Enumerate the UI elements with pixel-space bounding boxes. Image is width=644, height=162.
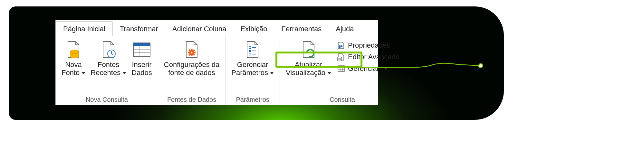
new-source-label-l2: Fonte [62, 69, 80, 77]
data-source-settings-icon [183, 40, 201, 59]
enter-data-button[interactable]: Inserir Dados [129, 39, 155, 78]
group-consulta: Atualizar Visualização [280, 36, 405, 105]
new-source-icon [64, 40, 82, 59]
data-source-settings-label-l1: Configurações da [164, 61, 219, 69]
chevron-down-icon [270, 72, 274, 74]
group-parametros: Gerenciar Parâmetros Parâmetros [226, 36, 280, 105]
tab-view[interactable]: Exibição [233, 22, 274, 36]
svg-line-17 [193, 54, 195, 55]
recent-sources-label-l2: Recentes [91, 69, 120, 77]
properties-icon [337, 41, 345, 50]
stage: Página Inicial Transformar Adicionar Col… [0, 0, 644, 162]
properties-button[interactable]: Propriedades [335, 41, 401, 50]
manage-parameters-label-l2: Parâmetros [231, 69, 268, 77]
svg-rect-6 [133, 43, 150, 46]
recent-sources-button[interactable]: Fontes Recentes [88, 39, 129, 78]
group-fontes-de-dados: Configurações da fonte de dados Fontes d… [158, 36, 226, 105]
svg-rect-27 [339, 45, 341, 47]
ribbon-tabstrip: Página Inicial Transformar Adicionar Col… [56, 20, 378, 36]
svg-rect-28 [341, 45, 342, 47]
ribbon-groups: Nova Fonte [56, 36, 378, 105]
manage-parameters-label-l1: Gerenciar [237, 61, 268, 69]
enter-data-label-l1: Inserir [132, 61, 151, 69]
enter-data-icon [133, 40, 151, 59]
chevron-down-icon [384, 67, 388, 70]
svg-point-2 [70, 54, 79, 58]
recent-sources-label-l1: Fontes [98, 61, 119, 69]
highlight-editor-avancado [275, 52, 362, 68]
svg-rect-29 [339, 47, 341, 48]
chevron-down-icon [122, 72, 126, 74]
svg-line-16 [189, 50, 190, 51]
group-label-parametros: Parâmetros [229, 95, 276, 104]
group-label-consulta: Consulta [283, 95, 401, 104]
data-source-settings-label-l2: fonte de dados [168, 69, 215, 77]
new-source-button[interactable]: Nova Fonte [59, 39, 88, 78]
enter-data-label-l2: Dados [131, 69, 152, 77]
tab-transform[interactable]: Transformar [113, 22, 165, 36]
svg-rect-21 [249, 50, 251, 52]
new-source-label-l1: Nova [65, 61, 82, 69]
properties-label: Propriedades [348, 41, 390, 50]
group-label-fontes-de-dados: Fontes de Dados [161, 95, 222, 104]
chevron-down-icon [82, 72, 85, 74]
recent-sources-icon [100, 40, 118, 59]
group-label-nova-consulta: Nova Consulta [59, 95, 155, 104]
chevron-down-icon [327, 72, 331, 74]
svg-line-19 [193, 50, 195, 51]
data-source-settings-button[interactable]: Configurações da fonte de dados [161, 39, 222, 78]
manage-parameters-button[interactable]: Gerenciar Parâmetros [229, 39, 276, 78]
svg-line-18 [189, 54, 190, 55]
tab-help[interactable]: Ajuda [329, 22, 361, 36]
tab-add-column[interactable]: Adicionar Coluna [165, 22, 234, 36]
refresh-preview-label-l2: Visualização [286, 69, 325, 77]
tab-home[interactable]: Página Inicial [56, 21, 113, 36]
manage-parameters-icon [244, 40, 262, 59]
group-nova-consulta: Nova Fonte [56, 36, 158, 105]
tab-tools[interactable]: Ferramentas [274, 22, 329, 36]
